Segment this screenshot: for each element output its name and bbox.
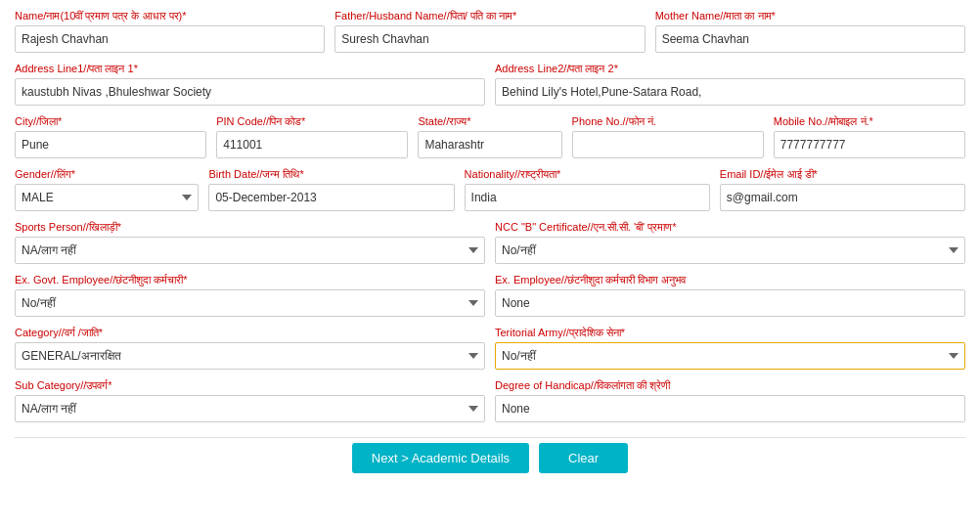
- name-input[interactable]: [15, 25, 325, 53]
- row-exgovt-exemp: Ex. Govt. Employee//छंटनीशुदा कर्मचारी* …: [15, 274, 965, 317]
- father-label: Father/Husband Name//पिता/ पति का नाम*: [334, 10, 645, 22]
- father-field-group: Father/Husband Name//पिता/ पति का नाम*: [334, 10, 645, 53]
- pin-label: PIN Code//पिन कोड*: [216, 115, 408, 128]
- email-label: Email ID//ईमेल आई डी*: [720, 168, 965, 181]
- category-field-group: Category//वर्ग /जाति* GENERAL/अनारक्षित …: [15, 327, 485, 370]
- pin-input[interactable]: [216, 131, 408, 158]
- row-gender-birth: Gender//लिंग* MALE FEMALE OTHER Birth Da…: [15, 168, 965, 211]
- birthdate-input[interactable]: [208, 184, 454, 211]
- gender-select[interactable]: MALE FEMALE OTHER: [15, 184, 199, 211]
- handicap-input[interactable]: [495, 395, 965, 422]
- city-label: City//जिला*: [15, 115, 206, 128]
- mother-input[interactable]: [655, 25, 965, 53]
- exemp-field-group: Ex. Employee//छंटनीशुदा कर्मचारी विभाग अ…: [495, 274, 965, 317]
- exgovt-field-group: Ex. Govt. Employee//छंटनीशुदा कर्मचारी* …: [15, 274, 485, 317]
- row-category-territorial: Category//वर्ग /जाति* GENERAL/अनारक्षित …: [15, 327, 965, 370]
- sports-select[interactable]: NA/लाग नहीं Yes/हाँ No/नहीं: [15, 237, 485, 264]
- phone-input[interactable]: [572, 131, 764, 158]
- exgovt-label: Ex. Govt. Employee//छंटनीशुदा कर्मचारी*: [15, 274, 485, 286]
- address1-label: Address Line1//पता लाइन 1*: [15, 63, 485, 75]
- state-label: State//राज्य*: [418, 115, 561, 128]
- clear-button[interactable]: Clear: [539, 443, 628, 473]
- row-address: Address Line1//पता लाइन 1* Address Line2…: [15, 63, 965, 106]
- form-container: Name/नाम(10वीं प्रमाण पत्र के आधार पर)* …: [15, 10, 965, 478]
- gender-field-group: Gender//लिंग* MALE FEMALE OTHER: [15, 168, 199, 211]
- address1-input[interactable]: [15, 78, 485, 106]
- city-input[interactable]: [15, 131, 206, 158]
- pin-field-group: PIN Code//पिन कोड*: [216, 115, 408, 158]
- address2-field-group: Address Line2//पता लाइन 2*: [495, 63, 965, 106]
- next-button[interactable]: Next > Academic Details: [352, 443, 529, 473]
- sports-label: Sports Person//खिलाड़ी*: [15, 221, 485, 234]
- birthdate-field-group: Birth Date//जन्म तिथि*: [208, 168, 454, 211]
- gender-label: Gender//लिंग*: [15, 168, 199, 181]
- ncc-field-group: NCC "B" Certificate//एन.सी.सी. 'बी' प्रम…: [495, 221, 965, 264]
- mobile-input[interactable]: [774, 131, 965, 158]
- mother-field-group: Mother Name//माता का नाम*: [655, 10, 965, 53]
- address2-input[interactable]: [495, 78, 965, 106]
- sports-field-group: Sports Person//खिलाड़ी* NA/लाग नहीं Yes/…: [15, 221, 485, 264]
- email-field-group: Email ID//ईमेल आई डी*: [720, 168, 965, 211]
- exgovt-select[interactable]: No/नहीं Yes/हाँ NA/लाग नहीं: [15, 289, 485, 317]
- territorial-field-group: Teritorial Army//प्रादेशिक सेना* No/नहीं…: [495, 327, 965, 370]
- footer-buttons: Next > Academic Details Clear: [15, 437, 965, 478]
- email-input[interactable]: [720, 184, 965, 211]
- address2-label: Address Line2//पता लाइन 2*: [495, 63, 965, 75]
- mother-label: Mother Name//माता का नाम*: [655, 10, 965, 22]
- subcategory-label: Sub Category//उपवर्ग*: [15, 379, 485, 392]
- city-field-group: City//जिला*: [15, 115, 206, 158]
- father-input[interactable]: [334, 25, 645, 53]
- territorial-select[interactable]: No/नहीं Yes/हाँ NA/लाग नहीं: [495, 342, 965, 370]
- subcategory-select[interactable]: NA/लाग नहीं Yes/हाँ: [15, 395, 485, 422]
- category-select[interactable]: GENERAL/अनारक्षित OBC SC ST: [15, 342, 485, 370]
- state-field-group: State//राज्य*: [418, 115, 561, 158]
- row-city-pin: City//जिला* PIN Code//पिन कोड* State//रा…: [15, 115, 965, 158]
- birthdate-label: Birth Date//जन्म तिथि*: [208, 168, 454, 181]
- address1-field-group: Address Line1//पता लाइन 1*: [15, 63, 485, 106]
- category-label: Category//वर्ग /जाति*: [15, 327, 485, 339]
- nationality-field-group: Nationality//राष्ट्रीयता*: [465, 168, 710, 211]
- handicap-label: Degree of Handicap//विकलांगता की श्रेणी: [495, 379, 965, 392]
- row-names: Name/नाम(10वीं प्रमाण पत्र के आधार पर)* …: [15, 10, 965, 53]
- phone-label: Phone No.//फोन नं.: [572, 115, 764, 128]
- mobile-field-group: Mobile No.//मोबाइल नं.*: [774, 115, 965, 158]
- mobile-label: Mobile No.//मोबाइल नं.*: [774, 115, 965, 128]
- row-sports-ncc: Sports Person//खिलाड़ी* NA/लाग नहीं Yes/…: [15, 221, 965, 264]
- handicap-field-group: Degree of Handicap//विकलांगता की श्रेणी: [495, 379, 965, 422]
- ncc-select[interactable]: No/नहीं Yes/हाँ NA/लाग नहीं: [495, 237, 965, 264]
- exemp-input[interactable]: [495, 289, 965, 317]
- row-subcategory-handicap: Sub Category//उपवर्ग* NA/लाग नहीं Yes/हा…: [15, 379, 965, 422]
- subcategory-field-group: Sub Category//उपवर्ग* NA/लाग नहीं Yes/हा…: [15, 379, 485, 422]
- nationality-input[interactable]: [465, 184, 710, 211]
- ncc-label: NCC "B" Certificate//एन.सी.सी. 'बी' प्रम…: [495, 221, 965, 234]
- name-label: Name/नाम(10वीं प्रमाण पत्र के आधार पर)*: [15, 10, 325, 22]
- territorial-label: Teritorial Army//प्रादेशिक सेना*: [495, 327, 965, 339]
- state-input[interactable]: [418, 131, 561, 158]
- name-field-group: Name/नाम(10वीं प्रमाण पत्र के आधार पर)*: [15, 10, 325, 53]
- phone-field-group: Phone No.//फोन नं.: [572, 115, 764, 158]
- exemp-label: Ex. Employee//छंटनीशुदा कर्मचारी विभाग अ…: [495, 274, 965, 286]
- nationality-label: Nationality//राष्ट्रीयता*: [465, 168, 710, 181]
